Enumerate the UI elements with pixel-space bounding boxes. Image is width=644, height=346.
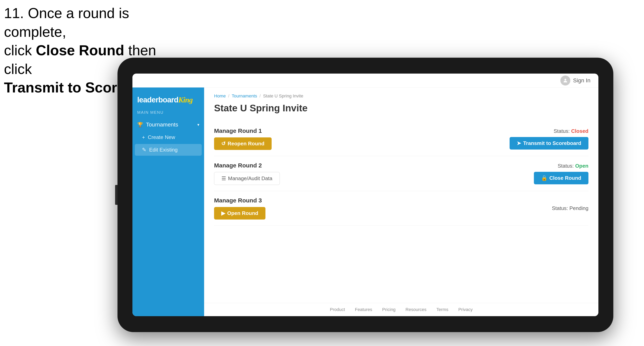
- round2-status-label: Status:: [558, 163, 574, 169]
- footer-link-features[interactable]: Features: [355, 307, 372, 312]
- round1-section: Manage Round 1 ↺ Reopen Round Status: Cl…: [214, 122, 588, 156]
- round1-title: Manage Round 1: [214, 128, 272, 134]
- instruction-bold1: Close Round: [36, 42, 124, 58]
- sign-in-area[interactable]: Sign In: [560, 76, 590, 86]
- close-round-button[interactable]: 🔒 Close Round: [534, 172, 588, 184]
- round2-right: Status: Open 🔒 Close Round: [534, 163, 588, 184]
- round3-status-label: Status:: [552, 205, 568, 211]
- sidebar: leaderboardKing MAIN MENU 🏆 Tournaments …: [132, 87, 204, 316]
- manage-audit-label: Manage/Audit Data: [228, 175, 272, 181]
- round1-status-value: Closed: [571, 128, 588, 134]
- instruction-line2: click: [4, 42, 36, 58]
- footer-link-product[interactable]: Product: [330, 307, 345, 312]
- reopen-icon: ↺: [221, 141, 226, 147]
- round3-status: Status: Pending: [552, 205, 588, 211]
- logo-area: leaderboardKing: [132, 93, 204, 110]
- create-new-label: Create New: [148, 134, 175, 140]
- round2-status-value: Open: [575, 163, 588, 169]
- close-icon: 🔒: [541, 175, 548, 181]
- breadcrumb: Home / Tournaments / State U Spring Invi…: [214, 93, 588, 99]
- round2-section: Manage Round 2 ☰ Manage/Audit Data Statu…: [214, 156, 588, 191]
- round2-title: Manage Round 2: [214, 162, 280, 169]
- close-round-label: Close Round: [550, 175, 581, 181]
- round3-section: Manage Round 3 ▶ Open Round Status: Pend…: [214, 191, 588, 226]
- breadcrumb-sep1: /: [228, 93, 230, 99]
- sidebar-item-create-new[interactable]: + Create New: [132, 132, 204, 143]
- edit-icon: ✎: [142, 147, 146, 153]
- reopen-round-label: Reopen Round: [228, 141, 264, 147]
- logo-leaderboard: leaderboard: [137, 96, 178, 104]
- main-menu-label: MAIN MENU: [132, 110, 204, 118]
- transmit-scoreboard-label: Transmit to Scoreboard: [523, 140, 581, 146]
- round3-status-value: Pending: [570, 205, 588, 211]
- logo: leaderboardKing: [137, 95, 199, 104]
- round2-left: Manage Round 2 ☰ Manage/Audit Data: [214, 162, 280, 185]
- tablet-device: Sign In leaderboardKing MAIN MENU 🏆 To: [118, 58, 613, 332]
- breadcrumb-tournaments[interactable]: Tournaments: [232, 93, 257, 99]
- manage-icon: ☰: [222, 175, 226, 181]
- footer-link-terms[interactable]: Terms: [436, 307, 448, 312]
- round1-right: Status: Closed ➤ Transmit to Scoreboard: [510, 128, 588, 150]
- manage-row: ☰ Manage/Audit Data: [214, 172, 280, 185]
- logo-king: King: [178, 96, 193, 104]
- chevron-down-icon: ▾: [197, 122, 199, 127]
- instruction-line1: 11. Once a round is complete,: [4, 5, 129, 40]
- plus-icon: +: [142, 134, 145, 140]
- round1-status-label: Status:: [554, 128, 570, 134]
- round2-status: Status: Open: [558, 163, 588, 169]
- open-icon: ▶: [221, 210, 225, 216]
- transmit-icon: ➤: [517, 140, 521, 146]
- footer-link-pricing[interactable]: Pricing: [382, 307, 396, 312]
- open-round-label: Open Round: [227, 210, 258, 216]
- sign-in-label[interactable]: Sign In: [573, 77, 590, 84]
- breadcrumb-home[interactable]: Home: [214, 93, 226, 99]
- content-inner: Home / Tournaments / State U Spring Invi…: [204, 87, 598, 303]
- main-layout: leaderboardKing MAIN MENU 🏆 Tournaments …: [132, 87, 598, 316]
- sidebar-item-tournaments[interactable]: 🏆 Tournaments ▾: [132, 118, 204, 132]
- avatar-icon: [560, 76, 570, 86]
- footer: Product Features Pricing Resources Terms…: [204, 303, 598, 316]
- edit-existing-label: Edit Existing: [149, 147, 178, 153]
- open-round-button[interactable]: ▶ Open Round: [214, 207, 266, 219]
- breadcrumb-sep2: /: [260, 93, 261, 99]
- manage-audit-button[interactable]: ☰ Manage/Audit Data: [214, 172, 280, 185]
- sidebar-item-tournaments-left: 🏆 Tournaments: [137, 122, 178, 128]
- transmit-scoreboard-button[interactable]: ➤ Transmit to Scoreboard: [510, 137, 588, 150]
- tablet-screen: Sign In leaderboardKing MAIN MENU 🏆 To: [132, 74, 598, 316]
- svg-point-2: [564, 79, 566, 80]
- footer-link-privacy[interactable]: Privacy: [458, 307, 472, 312]
- tablet-side-button: [115, 185, 118, 205]
- round3-title: Manage Round 3: [214, 197, 266, 204]
- top-bar: Sign In: [132, 74, 598, 87]
- trophy-icon: 🏆: [137, 122, 143, 128]
- sidebar-submenu: + Create New ✎ Edit Existing: [132, 132, 204, 157]
- reopen-round-button[interactable]: ↺ Reopen Round: [214, 137, 272, 150]
- tournaments-label: Tournaments: [146, 122, 178, 128]
- sidebar-item-edit-existing[interactable]: ✎ Edit Existing: [135, 144, 202, 156]
- footer-link-resources[interactable]: Resources: [406, 307, 426, 312]
- page-title: State U Spring Invite: [214, 103, 588, 114]
- breadcrumb-current: State U Spring Invite: [263, 93, 303, 99]
- content-area: Home / Tournaments / State U Spring Invi…: [204, 87, 598, 316]
- round1-left: Manage Round 1 ↺ Reopen Round: [214, 128, 272, 150]
- round3-left: Manage Round 3 ▶ Open Round: [214, 197, 266, 219]
- round3-right: Status: Pending: [552, 205, 588, 211]
- round1-status: Status: Closed: [554, 128, 588, 134]
